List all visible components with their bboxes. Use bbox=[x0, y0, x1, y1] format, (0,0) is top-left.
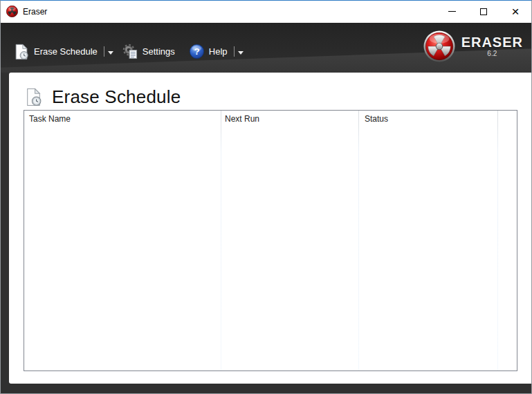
settings-label: Settings bbox=[143, 46, 175, 57]
brand-logo: ERASER 6.2 bbox=[423, 30, 523, 62]
window-controls: × bbox=[436, 1, 531, 22]
erase-schedule-button[interactable]: Erase Schedule bbox=[13, 44, 113, 60]
column-header-status[interactable]: Status bbox=[365, 114, 388, 124]
settings-button[interactable]: Settings bbox=[122, 44, 175, 59]
erase-schedule-label: Erase Schedule bbox=[34, 46, 98, 57]
column-separator bbox=[221, 111, 221, 370]
split-separator bbox=[104, 46, 104, 57]
radiation-logo-icon bbox=[423, 30, 455, 62]
help-question-icon: ? bbox=[189, 44, 205, 59]
brand-text: ERASER 6.2 bbox=[461, 35, 523, 57]
maximize-button[interactable] bbox=[468, 1, 499, 22]
erase-schedule-panel: Erase Schedule Task Name Next Run Status bbox=[9, 73, 531, 384]
task-list[interactable]: Task Name Next Run Status bbox=[24, 110, 517, 371]
brand-version: 6.2 bbox=[487, 50, 497, 57]
schedule-document-icon bbox=[13, 44, 30, 60]
page-heading: Erase Schedule bbox=[24, 86, 181, 108]
title-bar[interactable]: Eraser × bbox=[1, 1, 531, 22]
column-header-task-name[interactable]: Task Name bbox=[29, 114, 71, 124]
page-title: Erase Schedule bbox=[52, 86, 181, 108]
help-button[interactable]: ? Help bbox=[189, 44, 244, 59]
svg-text:?: ? bbox=[194, 46, 199, 57]
close-icon: × bbox=[511, 5, 519, 18]
close-button[interactable]: × bbox=[499, 1, 531, 22]
column-separator bbox=[358, 111, 359, 370]
schedule-document-icon bbox=[24, 88, 43, 106]
gear-document-icon bbox=[122, 44, 138, 59]
chevron-down-icon[interactable] bbox=[238, 51, 244, 55]
minimize-button[interactable] bbox=[436, 1, 468, 22]
content-frame: Erase Schedule Task Name Next Run Status bbox=[1, 73, 531, 393]
split-separator bbox=[234, 46, 235, 57]
window-title: Eraser bbox=[23, 7, 47, 17]
toolbar-band: Erase Schedule Settings bbox=[1, 23, 531, 73]
maximize-icon bbox=[480, 8, 487, 15]
chevron-down-icon[interactable] bbox=[108, 51, 113, 55]
column-header-next-run[interactable]: Next Run bbox=[225, 114, 259, 124]
column-separator bbox=[497, 111, 498, 370]
eraser-window: Eraser × Erase Schedule bbox=[0, 0, 532, 394]
toolbar: Erase Schedule Settings bbox=[13, 23, 244, 73]
brand-name: ERASER bbox=[461, 35, 523, 49]
help-label: Help bbox=[209, 46, 228, 57]
minimize-icon bbox=[448, 11, 456, 12]
eraser-app-icon[interactable] bbox=[6, 6, 18, 17]
